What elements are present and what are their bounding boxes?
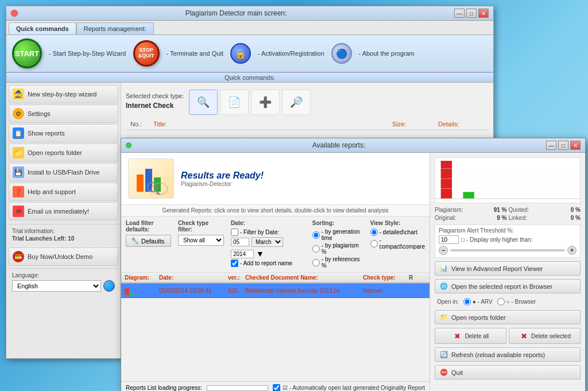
sidebar-btn-help[interactable]: ❓ Help and support [9,183,118,201]
doc-check-icon[interactable]: 📄 [220,90,249,115]
svg-rect-0 [137,175,144,192]
date-row: - Filter by Date: [231,229,305,236]
delete-all-button[interactable]: ✖ Delete all [435,328,506,344]
compare-check-icon[interactable]: 🔎 [282,90,311,115]
check-type-bar: Selected check type: Internet Check 🔍 📄 … [126,87,489,115]
open-in-row: Open in: ● - ARV ○ - Browser [435,297,581,307]
reports-close-button[interactable]: ✕ [570,141,581,150]
start-button[interactable]: START [12,38,42,68]
threshold-input[interactable] [439,235,459,244]
compact-compare-radio[interactable] [370,240,378,247]
quit-button[interactable]: ⛔ Quit [435,365,581,380]
internet-check-icon[interactable]: 🔍 [189,90,218,115]
svg-rect-1 [145,169,152,192]
year-input[interactable] [231,250,254,258]
chart-area [435,157,581,203]
reports-title-controls [126,142,131,148]
table-row[interactable]: 05/03/2014 10:09:41 833 Bitdefender Inte… [121,284,430,298]
day-input[interactable] [231,238,249,246]
reports-maximize-button[interactable]: □ [558,141,568,150]
reports-table: Diagram: Date: ver.: Checked Document Na… [121,273,430,381]
language-dropdown[interactable]: English [12,280,101,292]
buy-button[interactable]: 💳 Buy Now/Unlock Demo [9,247,118,266]
slider-minus-button[interactable]: − [439,246,448,255]
browser-radio[interactable] [497,298,505,305]
view-advanced-button[interactable]: 📊 View in Advanced Report Viewer [435,261,581,276]
reports-left: Results are Ready! Plagiarism-Detector G… [121,153,430,391]
close-button[interactable]: ✕ [478,9,489,18]
reports-win-buttons: — □ ✕ [546,141,581,150]
main-toolbar: START - Start Step-by-Step Wizard STOP &… [6,35,493,73]
tab-quick-commands[interactable]: Quick commands [9,22,76,34]
buy-label: Buy Now/Unlock Demo [28,253,92,260]
linked-value: 0 % [571,215,581,221]
slider-track[interactable] [450,249,565,251]
auto-open-checkbox[interactable] [273,384,280,391]
results-header: Results are Ready! Plagiarism-Detector [121,153,430,205]
sidebar-btn-usb[interactable]: 💾 Install to USB/Flash Drive [9,163,118,181]
load-filter-label: Load filter defaults: [126,220,171,233]
open-browser-button[interactable]: 🌐 Open the selected report in Browser [435,279,581,293]
about-label: - About the program [359,50,415,57]
tab-reports-management[interactable]: Reports management: [76,22,154,34]
add-to-report-checkbox[interactable] [231,260,238,267]
original-value: 9 % [497,215,506,221]
row-checktype: Internet [363,288,409,294]
about-icon[interactable]: 🔵 [331,43,352,64]
filter-by-date-checkbox[interactable] [231,229,238,236]
stop-button[interactable]: STOP &QUIT [133,40,160,67]
delete-selected-label: Delete selected [531,333,571,339]
results-subheading: Plagiarism-Detector [181,181,264,187]
sort-by-references-radio[interactable] [312,259,320,266]
sidebar-btn-reports[interactable]: 📋 Show reports [9,124,118,142]
minimize-button[interactable]: — [454,9,465,18]
open-reports-folder-button[interactable]: 📁 Open reports folder [435,310,581,324]
maximize-button[interactable]: □ [466,9,477,18]
check-type-filter-select[interactable]: Show all [178,235,224,246]
plagiarism-value: 91 % [494,207,507,213]
threshold-desc: □ - Display only higher than: [461,237,532,243]
svg-rect-6 [441,161,452,199]
month-select[interactable]: March [252,237,283,247]
sidebar-btn-folder[interactable]: 📁 Open reports folder [9,144,118,162]
quit-label: Quit [451,369,463,376]
delete-all-icon: ✖ [452,331,463,341]
filter-by-date-label: - Filter by Date: [240,229,279,235]
sort-by-time-item: - by generation time [312,229,363,241]
detailed-chart-radio[interactable] [370,229,378,236]
sorting-group: Sorting: - by generation time - by plagi… [312,220,363,269]
arv-radio[interactable] [463,298,471,305]
trial-label: Trial information: [12,228,115,234]
settings-icon: ⚙ [13,108,24,119]
language-section: Language: English 🌐 [9,268,118,295]
row-ver: 833 [228,288,245,294]
delete-selected-icon: ✖ [519,331,529,341]
sidebar-btn-settings[interactable]: ⚙ Settings [9,104,118,123]
date-picker-icon[interactable]: ▼ [256,249,264,258]
window-dot[interactable] [11,10,18,17]
delete-selected-button[interactable]: ✖ Delete selected [509,328,581,344]
help-label: Help and support [28,188,76,195]
check-type-section: Selected check type: Internet Check [126,92,184,110]
detailed-chart-item: - detailed\chart [370,229,425,236]
refresh-button[interactable]: 🔄 Refresh (reload available reports) [435,347,581,362]
defaults-button[interactable]: 🔧 Defaults [126,235,171,247]
wizard-label: New step-by-step wizard [28,91,96,98]
check-type-label: Selected check type: [126,92,184,99]
svg-rect-2 [154,177,161,192]
sort-by-time-radio[interactable] [312,231,320,239]
reports-minimize-button[interactable]: — [546,141,556,150]
add-check-icon[interactable]: ➕ [251,90,280,115]
sort-by-plagiarism-radio[interactable] [312,245,320,253]
activation-icon[interactable]: 🔒 [230,43,251,64]
reports-dot [126,142,131,148]
date-filter-group: Date: - Filter by Date: March ▼ [231,220,305,267]
email-label: Email us immediately! [28,208,89,215]
date-inputs: March ▼ [231,237,305,258]
slider-plus-button[interactable]: + [567,246,577,255]
wizard-icon: 🧙 [13,88,24,100]
open-reports-folder-icon: 📁 [440,313,448,321]
col-diagram-header: Diagram: [125,274,159,281]
sidebar-btn-wizard[interactable]: 🧙 New step-by-step wizard [9,85,118,103]
sidebar-btn-email[interactable]: ✉ Email us immediately! [9,202,118,220]
